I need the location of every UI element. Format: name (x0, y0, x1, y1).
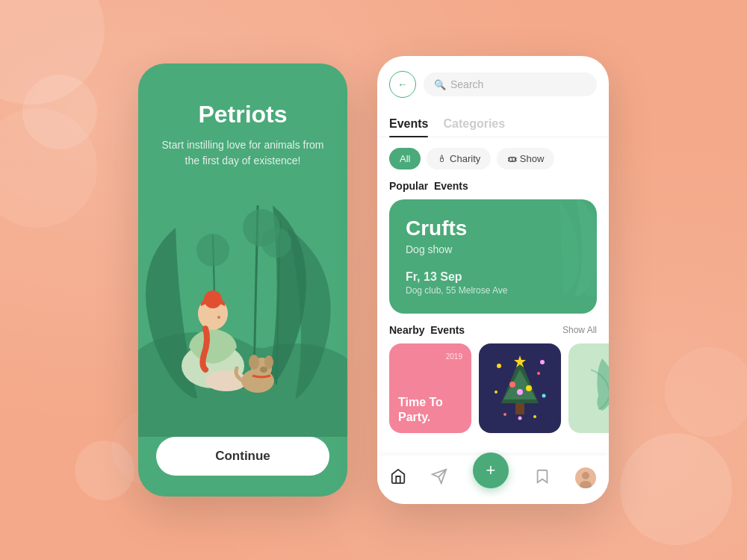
svg-rect-23 (515, 403, 524, 414)
svg-point-32 (503, 413, 506, 416)
app-subtitle: Start instilling love for animals from t… (161, 137, 325, 169)
nearby-title: Nearby Events (389, 324, 465, 336)
svg-point-34 (518, 416, 522, 420)
svg-point-27 (497, 364, 501, 368)
filter-charity[interactable]: 🕯 Charity (427, 148, 491, 169)
back-button[interactable]: ← (389, 71, 416, 98)
app-title: Petriots (161, 101, 325, 128)
filter-show[interactable]: 🎟 Show (497, 148, 554, 169)
svg-point-18 (264, 355, 273, 369)
show-all-button[interactable]: Show All (562, 325, 597, 335)
nearby-card-green[interactable] (568, 343, 609, 433)
nav-bookmark-icon[interactable] (534, 468, 551, 488)
bg-decoration-4 (75, 441, 134, 500)
nearby-card-christmas[interactable] (479, 343, 561, 433)
card-year: 2019 (398, 352, 462, 361)
nav-home-icon[interactable] (390, 468, 406, 488)
continue-button[interactable]: Continue (156, 437, 329, 476)
bg-decoration-3 (22, 75, 97, 149)
bottom-nav: + (377, 455, 609, 504)
svg-point-33 (533, 415, 536, 418)
green-card-illustration (568, 343, 609, 418)
svg-point-8 (196, 234, 229, 267)
tabs-row: Events Categories (377, 105, 609, 137)
card-bg-illustration (500, 199, 597, 296)
svg-point-24 (509, 382, 515, 388)
svg-point-30 (495, 391, 498, 393)
tab-events[interactable]: Events (389, 111, 428, 137)
fab-plus-icon: + (486, 462, 496, 479)
left-phone-content: Petriots Start instilling love for anima… (138, 63, 347, 169)
svg-point-25 (526, 385, 532, 391)
nearby-events-header: Nearby Events Show All (377, 314, 609, 343)
bg-decoration-2 (620, 433, 732, 545)
nearby-cards-row: 2019 Time To Party. (377, 343, 609, 433)
fab-button[interactable]: + (473, 452, 509, 488)
svg-point-9 (146, 396, 340, 433)
featured-event-card[interactable]: Crufts Dog show Fr, 13 Sep Dog club, 55 … (389, 199, 597, 314)
christmas-tree-illustration (490, 351, 550, 426)
svg-point-28 (537, 372, 540, 375)
search-placeholder: Search (450, 78, 483, 90)
search-icon: 🔍 (434, 79, 446, 90)
illustration-area (138, 168, 347, 437)
card-title-party: Time To Party. (398, 395, 462, 423)
tab-categories[interactable]: Categories (443, 111, 505, 137)
svg-point-14 (217, 316, 220, 319)
plant-illustration (138, 168, 347, 437)
svg-point-19 (260, 367, 267, 373)
left-phone: Petriots Start instilling love for anima… (138, 63, 347, 497)
svg-point-7 (261, 228, 291, 258)
svg-point-26 (517, 389, 523, 395)
nav-send-icon[interactable] (431, 468, 447, 488)
right-phone: ← 🔍 Search Events Categories All 🕯 Chari… (377, 56, 609, 504)
phone-header: ← 🔍 Search (377, 56, 609, 105)
svg-point-31 (542, 393, 546, 397)
nearby-card-party[interactable]: 2019 Time To Party. (389, 343, 471, 433)
svg-point-17 (249, 355, 259, 370)
svg-point-38 (582, 472, 589, 479)
popular-events-header: Popular Events (377, 180, 609, 199)
filter-all[interactable]: All (389, 148, 421, 169)
filter-row: All 🕯 Charity 🎟 Show (377, 137, 609, 180)
search-bar[interactable]: 🔍 Search (424, 72, 597, 96)
nav-profile-icon[interactable] (575, 467, 596, 488)
back-arrow-icon: ← (397, 78, 408, 90)
svg-point-29 (540, 360, 545, 364)
